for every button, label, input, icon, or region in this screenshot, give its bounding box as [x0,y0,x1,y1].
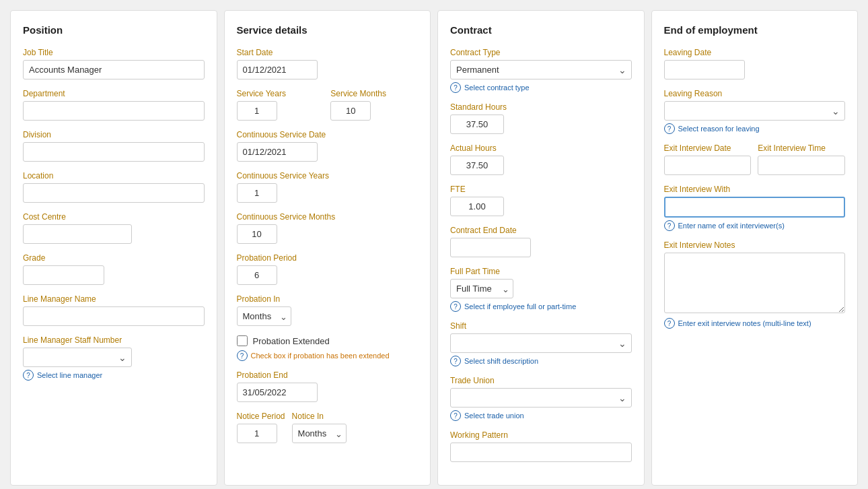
line-manager-hint-text: Select line manager [37,371,102,379]
exit-interview-with-group: Exit Interview With ? Enter name of exit… [664,185,846,231]
leaving-reason-select-wrapper [664,101,846,121]
job-title-input[interactable] [23,60,205,79]
shift-hint-row: ? Select shift description [450,356,632,366]
probation-in-select[interactable]: Months Weeks Days [237,306,291,326]
shift-select[interactable] [450,333,632,353]
working-pattern-label: Working Pattern [450,430,632,440]
exit-interview-notes-textarea[interactable] [664,253,846,313]
shift-label: Shift [450,321,632,331]
trade-union-select-wrapper [450,388,632,408]
contract-type-hint-icon: ? [450,82,461,93]
service-details-title: Service details [237,24,419,36]
continuous-service-months-input[interactable] [237,224,277,244]
fte-label: FTE [450,185,632,194]
start-date-input[interactable] [237,60,318,79]
probation-period-input[interactable] [237,265,277,285]
contract-type-group: Contract Type Permanent Fixed Term Zero … [450,48,632,93]
leaving-date-input[interactable] [664,60,745,79]
cost-centre-label: Cost Centre [23,212,205,222]
continuous-service-years-group: Continuous Service Years [237,171,419,203]
line-manager-name-input[interactable] [23,306,205,326]
division-input[interactable] [23,142,205,162]
standard-hours-input[interactable] [450,115,504,134]
working-pattern-group: Working Pattern [450,430,632,462]
department-group: Department [23,89,205,121]
contract-end-date-label: Contract End Date [450,226,632,235]
exit-interview-date-input[interactable] [664,156,752,175]
shift-hint-icon: ? [450,356,461,366]
service-years-input[interactable] [237,101,277,121]
continuous-service-date-input[interactable] [237,142,318,162]
notice-period-input[interactable] [237,424,277,443]
full-part-time-hint-icon: ? [450,301,461,312]
contract-end-date-input[interactable] [450,238,531,257]
notice-period-group: Notice Period [237,412,285,443]
notice-in-select[interactable]: Months Weeks Days [292,424,347,443]
probation-extended-label: Probation Extended [253,336,330,346]
service-years-group: Service Years [237,89,324,121]
probation-in-group: Probation In Months Weeks Days [237,294,419,326]
exit-interview-with-hint-icon: ? [664,220,675,231]
department-input[interactable] [23,101,205,121]
leaving-date-group: Leaving Date [664,48,846,79]
location-input[interactable] [23,183,205,203]
probation-end-input[interactable] [237,383,318,402]
cost-centre-input[interactable] [23,224,132,244]
exit-interview-with-input[interactable] [664,197,846,218]
probation-period-group: Probation Period [237,253,419,285]
continuous-service-years-input[interactable] [237,183,277,203]
exit-interview-notes-hint-icon: ? [664,318,675,329]
probation-extended-checkbox[interactable] [237,335,248,346]
position-title: Position [23,24,205,36]
full-part-time-select[interactable]: Full Time Part Time [450,279,513,298]
grade-label: Grade [23,253,205,263]
division-group: Division [23,130,205,162]
exit-interview-date-time-row: Exit Interview Date Exit Interview Time [664,143,846,185]
probation-in-label: Probation In [237,294,419,304]
exit-interview-with-hint-row: ? Enter name of exit interviewer(s) [664,220,846,231]
service-months-label: Service Months [330,89,418,98]
continuous-service-years-label: Continuous Service Years [237,171,419,181]
continuous-service-months-group: Continuous Service Months [237,212,419,244]
full-part-time-hint-text: Select if employee full or part-time [464,302,576,311]
service-months-input[interactable] [330,101,371,121]
grade-input[interactable] [23,265,104,285]
actual-hours-input[interactable] [450,156,504,175]
end-of-employment-panel: End of employment Leaving Date Leaving R… [651,10,859,486]
leaving-reason-hint-text: Select reason for leaving [678,125,760,133]
notice-row: Notice Period Notice In Months Weeks Day… [237,412,419,443]
line-manager-staff-number-select[interactable] [23,348,132,367]
end-of-employment-title: End of employment [664,24,846,36]
contract-type-label: Contract Type [450,48,632,57]
probation-end-group: Probation End [237,370,419,402]
continuous-service-date-group: Continuous Service Date [237,130,419,162]
probation-extended-hint-row: ? Check box if probation has been extend… [237,350,419,361]
probation-extended-hint-text: Check box if probation has been extended [251,352,390,360]
probation-extended-group: Probation Extended ? Check box if probat… [237,335,419,361]
line-manager-hint-row: ? Select line manager [23,370,205,381]
fte-input[interactable] [450,197,504,216]
notice-in-group: Notice In Months Weeks Days [292,412,347,443]
start-date-label: Start Date [237,48,419,57]
working-pattern-input[interactable] [450,443,632,462]
notice-in-label: Notice In [292,412,347,421]
standard-hours-group: Standard Hours [450,102,632,134]
location-group: Location [23,171,205,203]
trade-union-hint-text: Select trade union [464,412,524,420]
leaving-reason-label: Leaving Reason [664,89,846,98]
probation-end-label: Probation End [237,370,419,380]
contract-type-select[interactable]: Permanent Fixed Term Zero Hours Casual [450,60,632,79]
trade-union-select[interactable] [450,388,632,408]
trade-union-group: Trade Union ? Select trade union [450,376,632,421]
cost-centre-group: Cost Centre [23,212,205,244]
exit-interview-notes-label: Exit Interview Notes [664,240,846,250]
exit-interview-notes-group: Exit Interview Notes ? Enter exit interv… [664,240,846,329]
leaving-reason-select[interactable] [664,101,846,121]
line-manager-staff-number-label: Line Manager Staff Number [23,335,205,345]
start-date-group: Start Date [237,48,419,79]
leaving-reason-hint-icon: ? [664,123,675,134]
service-details-panel: Service details Start Date Service Years… [224,10,431,486]
exit-interview-time-input[interactable] [758,156,845,175]
service-years-months-row: Service Years Service Months [237,89,419,130]
contract-title: Contract [450,24,632,36]
